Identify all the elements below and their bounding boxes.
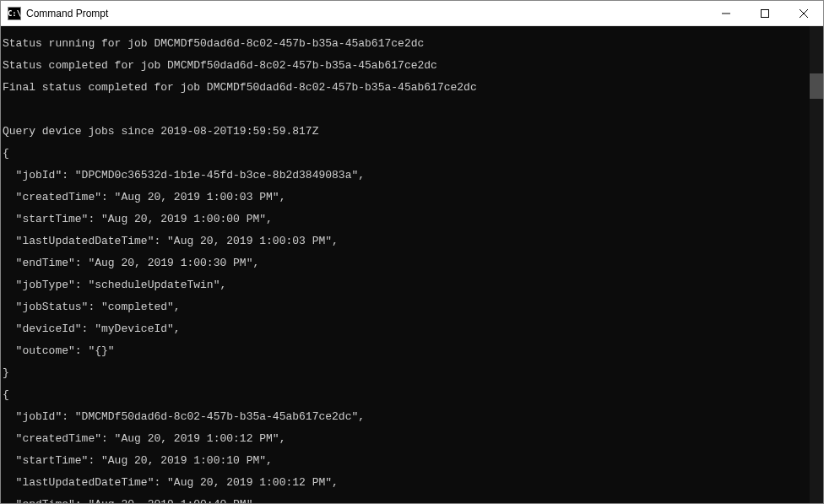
minimize-icon: [722, 9, 730, 18]
output-line: {: [3, 389, 821, 400]
output-line: Status completed for job DMCMDf50dad6d-8…: [3, 60, 821, 71]
output-line: "jobType": "scheduleUpdateTwin",: [3, 279, 821, 290]
scrollbar-track[interactable]: [810, 26, 823, 503]
command-prompt-window: C:\ Command Prompt Status running for jo…: [0, 0, 824, 504]
output-line: Query device jobs since 2019-08-20T19:59…: [3, 126, 821, 137]
minimize-button[interactable]: [707, 1, 745, 25]
titlebar[interactable]: C:\ Command Prompt: [1, 1, 823, 26]
output-line: "lastUpdatedDateTime": "Aug 20, 2019 1:0…: [3, 477, 821, 488]
maximize-button[interactable]: [745, 1, 784, 25]
output-line: Final status completed for job DMCMDf50d…: [3, 82, 821, 93]
output-line: [3, 104, 821, 115]
window-controls: [707, 1, 823, 25]
close-icon: [800, 9, 808, 18]
output-line: "endTime": "Aug 20, 2019 1:00:30 PM",: [3, 257, 821, 268]
svg-rect-1: [762, 9, 769, 17]
output-line: "jobId": "DPCMD0c36532d-1b1e-45fd-b3ce-8…: [3, 170, 821, 181]
output-line: "endTime": "Aug 20, 2019 1:00:40 PM",: [3, 499, 821, 503]
output-line: "jobId": "DMCMDf50dad6d-8c02-457b-b35a-4…: [3, 411, 821, 422]
output-line: "createdTime": "Aug 20, 2019 1:00:12 PM"…: [3, 433, 821, 444]
terminal-output[interactable]: Status running for job DMCMDf50dad6d-8c0…: [1, 26, 823, 503]
output-line: "outcome": "{}": [3, 345, 821, 356]
window-title: Command Prompt: [26, 8, 707, 19]
output-line: "jobStatus": "completed",: [3, 301, 821, 312]
output-line: }: [3, 367, 821, 378]
output-line: "startTime": "Aug 20, 2019 1:00:10 PM",: [3, 455, 821, 466]
output-line: "createdTime": "Aug 20, 2019 1:00:03 PM"…: [3, 192, 821, 203]
output-line: "startTime": "Aug 20, 2019 1:00:00 PM",: [3, 214, 821, 225]
scrollbar-thumb[interactable]: [810, 73, 823, 99]
output-line: "lastUpdatedDateTime": "Aug 20, 2019 1:0…: [3, 236, 821, 247]
output-line: "deviceId": "myDeviceId",: [3, 323, 821, 334]
output-line: {: [3, 148, 821, 159]
cmd-icon: C:\: [8, 7, 21, 20]
output-line: Status running for job DMCMDf50dad6d-8c0…: [3, 38, 821, 49]
close-button[interactable]: [784, 1, 823, 25]
maximize-icon: [761, 9, 769, 18]
